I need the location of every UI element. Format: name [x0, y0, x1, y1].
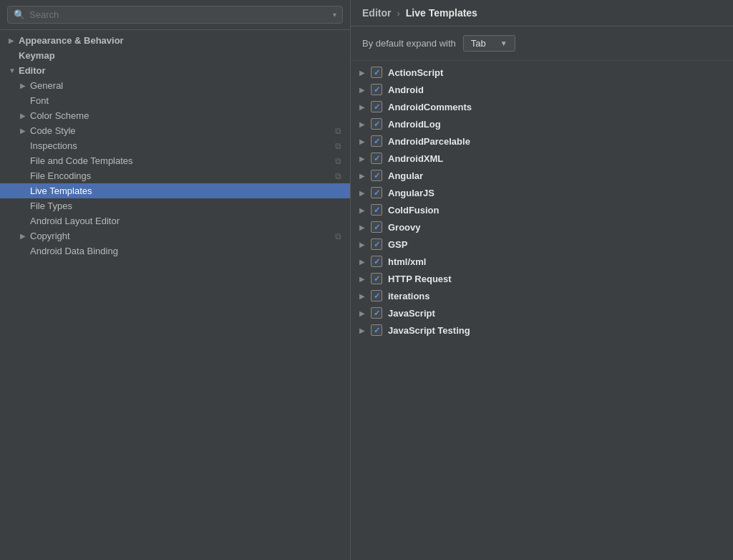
template-arrow-javascript-testing: ▶ [359, 327, 371, 334]
checkbox-coldfusion[interactable]: ✓ [371, 204, 382, 216]
template-arrow-androidparcelable: ▶ [359, 137, 371, 145]
template-item-htmlxml[interactable]: ▶✓html/xml [351, 253, 733, 270]
sidebar-item-font[interactable]: Font [0, 93, 350, 108]
breadcrumb-current: Live Templates [406, 7, 477, 19]
sidebar-item-file-types[interactable]: File Types [0, 198, 350, 213]
template-label-androidparcelable: AndroidParcelable [388, 136, 470, 147]
sidebar-item-color-scheme[interactable]: ▶Color Scheme [0, 108, 350, 123]
checkbox-httprequest[interactable]: ✓ [371, 273, 382, 284]
copy-icon-code-style[interactable]: ⧉ [335, 126, 341, 136]
copy-icon-file-code-templates[interactable]: ⧉ [335, 156, 341, 166]
template-arrow-angular: ▶ [359, 172, 371, 180]
checkbox-androidxml[interactable]: ✓ [371, 153, 382, 164]
sidebar-item-live-templates[interactable]: Live Templates [0, 183, 350, 198]
sidebar-label-live-templates: Live Templates [30, 185, 92, 196]
checkbox-javascript-testing[interactable]: ✓ [371, 324, 382, 336]
template-label-androidxml: AndroidXML [388, 153, 443, 164]
sidebar-item-keymap[interactable]: Keymap [0, 48, 350, 63]
sidebar-label-file-encodings: File Encodings [30, 170, 91, 181]
template-label-htmlxml: html/xml [388, 256, 426, 267]
sidebar-item-general[interactable]: ▶General [0, 78, 350, 93]
expand-dropdown[interactable]: Tab ▼ [463, 35, 515, 52]
checkbox-androidlog[interactable]: ✓ [371, 118, 382, 130]
copy-icon-file-encodings[interactable]: ⧉ [335, 171, 341, 181]
checkbox-groovy[interactable]: ✓ [371, 221, 382, 233]
template-label-androidlog: AndroidLog [388, 119, 441, 130]
expand-value: Tab [471, 38, 486, 49]
checkbox-android[interactable]: ✓ [371, 84, 382, 95]
sidebar-content: ▶Appearance & BehaviorKeymap▼Editor▶Gene… [0, 30, 350, 560]
sidebar-item-android-layout-editor[interactable]: Android Layout Editor [0, 213, 350, 228]
template-item-androidparcelable[interactable]: ▶✓AndroidParcelable [351, 132, 733, 150]
template-item-javascript[interactable]: ▶✓JavaScript [351, 304, 733, 322]
checkbox-angular[interactable]: ✓ [371, 170, 382, 181]
sidebar-label-android-layout-editor: Android Layout Editor [30, 216, 120, 226]
search-dropdown-arrow[interactable]: ▾ [333, 11, 336, 19]
sidebar-arrow-copyright: ▶ [20, 232, 30, 240]
checkmark-coldfusion: ✓ [374, 206, 380, 215]
template-arrow-androidcomments: ▶ [359, 103, 371, 111]
breadcrumb-parent: Editor [362, 7, 391, 19]
sidebar-item-code-style[interactable]: ▶Code Style⧉ [0, 123, 350, 138]
copy-icon-inspections[interactable]: ⧉ [335, 141, 341, 151]
template-item-android[interactable]: ▶✓Android [351, 81, 733, 98]
sidebar-item-android-data-binding[interactable]: Android Data Binding [0, 243, 350, 259]
search-input-wrapper[interactable]: 🔍 ▾ [7, 6, 343, 24]
checkmark-htmlxml: ✓ [374, 257, 380, 266]
template-item-androidxml[interactable]: ▶✓AndroidXML [351, 150, 733, 167]
checkmark-android: ✓ [374, 85, 380, 95]
breadcrumb: Editor › Live Templates [351, 0, 733, 26]
template-arrow-gsp: ▶ [359, 241, 371, 248]
sidebar-arrow-appearance-behavior: ▶ [9, 37, 19, 44]
sidebar-item-appearance-behavior[interactable]: ▶Appearance & Behavior [0, 33, 350, 48]
checkbox-htmlxml[interactable]: ✓ [371, 256, 382, 267]
sidebar-item-file-code-templates[interactable]: File and Code Templates⧉ [0, 153, 350, 168]
template-item-gsp[interactable]: ▶✓GSP [351, 236, 733, 253]
copy-icon-copyright[interactable]: ⧉ [335, 231, 341, 241]
template-item-androidcomments[interactable]: ▶✓AndroidComments [351, 98, 733, 115]
search-input[interactable] [29, 9, 329, 20]
checkbox-actionscript[interactable]: ✓ [371, 67, 382, 78]
template-item-javascript-testing[interactable]: ▶✓JavaScript Testing [351, 322, 733, 339]
checkbox-angularjs[interactable]: ✓ [371, 187, 382, 198]
checkmark-javascript-testing: ✓ [374, 326, 380, 335]
search-bar: 🔍 ▾ [0, 0, 350, 30]
template-arrow-androidxml: ▶ [359, 155, 371, 163]
checkmark-javascript: ✓ [374, 309, 380, 318]
sidebar-label-file-code-templates: File and Code Templates [30, 155, 133, 166]
template-item-iterations[interactable]: ▶✓iterations [351, 287, 733, 304]
checkbox-androidcomments[interactable]: ✓ [371, 101, 382, 112]
checkmark-androidparcelable: ✓ [374, 137, 380, 146]
template-label-coldfusion: ColdFusion [388, 205, 440, 216]
sidebar-label-color-scheme: Color Scheme [30, 110, 89, 121]
template-item-coldfusion[interactable]: ▶✓ColdFusion [351, 201, 733, 218]
checkbox-javascript[interactable]: ✓ [371, 307, 382, 319]
template-arrow-httprequest: ▶ [359, 275, 371, 283]
template-label-angular: Angular [388, 170, 423, 181]
template-item-httprequest[interactable]: ▶✓HTTP Request [351, 270, 733, 287]
sidebar-label-editor: Editor [19, 65, 46, 76]
template-label-androidcomments: AndroidComments [388, 102, 472, 112]
template-item-groovy[interactable]: ▶✓Groovy [351, 218, 733, 236]
template-item-actionscript[interactable]: ▶✓ActionScript [351, 64, 733, 81]
expand-dropdown-arrow: ▼ [500, 39, 508, 47]
checkbox-iterations[interactable]: ✓ [371, 290, 382, 301]
template-label-iterations: iterations [388, 291, 430, 301]
checkmark-androidxml: ✓ [374, 154, 380, 163]
checkbox-androidparcelable[interactable]: ✓ [371, 135, 382, 147]
search-icon: 🔍 [14, 9, 25, 20]
template-item-androidlog[interactable]: ▶✓AndroidLog [351, 115, 733, 132]
sidebar-item-editor[interactable]: ▼Editor [0, 63, 350, 78]
template-item-angularjs[interactable]: ▶✓AngularJS [351, 184, 733, 201]
sidebar-item-copyright[interactable]: ▶Copyright⧉ [0, 228, 350, 243]
template-item-angular[interactable]: ▶✓Angular [351, 167, 733, 184]
expand-label: By default expand with [362, 38, 456, 49]
checkmark-gsp: ✓ [374, 240, 380, 249]
template-arrow-androidlog: ▶ [359, 120, 371, 128]
template-label-javascript: JavaScript [388, 308, 435, 319]
checkbox-gsp[interactable]: ✓ [371, 238, 382, 250]
checkmark-androidlog: ✓ [374, 120, 380, 129]
sidebar-item-file-encodings[interactable]: File Encodings⧉ [0, 168, 350, 183]
template-label-angularjs: AngularJS [388, 188, 435, 198]
sidebar-item-inspections[interactable]: Inspections⧉ [0, 138, 350, 153]
